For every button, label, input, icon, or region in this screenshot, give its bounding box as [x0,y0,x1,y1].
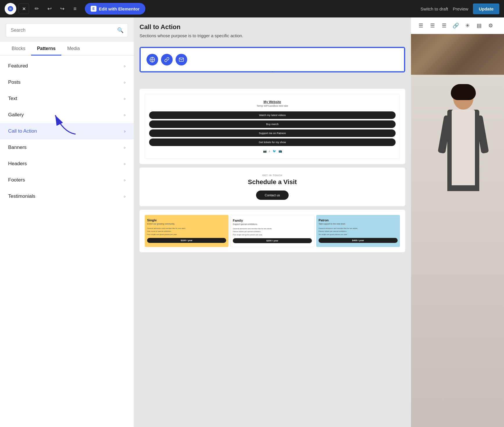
align-left-button[interactable]: ☰ [416,20,426,31]
right-toolbar: ☰ ☰ ☰ 🔗 ✳ ▤ ⚙ [411,17,504,34]
schedule-contact-btn: Contact us [256,191,289,200]
close-icon: ✕ [22,6,26,12]
switch-draft-button[interactable]: Switch to draft [421,6,448,11]
linktree-btn-1: Buy merch [149,120,396,128]
undo-icon: ↩ [47,6,52,12]
menu-button[interactable]: ≡ [70,3,80,14]
tier-feature-family-0: General admission and member-like for tw… [233,227,312,230]
chevron-icon-footers: › [124,178,126,182]
nav-item-featured[interactable]: Featured › [0,58,134,74]
tab-media[interactable]: Media [61,42,86,55]
schedule-title: Schedule a Visit [146,178,399,186]
link-button[interactable]: 🔗 [451,20,461,31]
pricing-tier-single: Single Enrich our growing community. Gen… [145,215,228,247]
schedule-get-in-touch: GET IN TOUCH [146,174,399,177]
linktree-btn-3: Get tickets for my show [149,138,396,146]
person-image [411,75,504,427]
rows-button[interactable]: ▤ [474,20,484,31]
pencil-icon: ✏ [35,6,39,12]
nav-label-call-to-action: Call to Action [8,128,37,134]
update-button[interactable]: Update [473,3,499,14]
tab-blocks[interactable]: Blocks [6,42,31,55]
elementor-logo-icon: E [91,6,96,12]
nav-label-gallery: Gallery [8,112,24,118]
tiktok-icon: ♪ [269,150,270,153]
search-icon: 🔍 [117,27,124,33]
wp-social-icon [146,54,158,65]
twitch-icon: 📺 [278,150,282,153]
linktree-card: My Website Temp WPSandbox test site Watc… [140,89,405,163]
tier-name-patron: Patron [319,218,398,222]
close-button[interactable]: ✕ [19,3,29,14]
search-icon-button[interactable]: 🔍 [113,27,128,33]
nav-item-testimonials[interactable]: Testimonials › [0,188,134,204]
preview-button[interactable]: Preview [453,6,468,11]
redo-icon: ↪ [60,6,65,12]
linktree-subtitle: Temp WPSandbox test site [149,104,396,107]
pattern-card-schedule[interactable]: GET IN TOUCH Schedule a Visit Contact us [140,168,405,206]
tier-price-patron: $400 / year [319,238,398,243]
nav-list: Featured › Posts › Text › Gallery › Call… [0,56,134,427]
pattern-card-social[interactable]: Social links with a shared background co… [140,47,405,72]
cta-title: Call to Action [140,23,405,31]
right-arm [475,115,489,154]
tier-price-single: $100 / year [147,238,226,243]
tier-feature-single-1: One round of special exhibition. [147,230,226,232]
tier-feature-family-1: Flexion tickets per special exhibition. [233,230,312,233]
pricing-tiers: Single Enrich our growing community. Gen… [145,215,400,247]
align-right-button[interactable]: ☰ [439,20,449,31]
pattern-card-pricing[interactable]: Single Enrich our growing community. Gen… [140,210,405,252]
left-sidebar: 🔍 Blocks Patterns Media Fe [0,17,134,427]
pencil-button[interactable]: ✏ [31,3,42,14]
nav-item-headers[interactable]: Headers › [0,156,134,172]
center-panel: Call to Action Sections whose purpose is… [134,17,411,427]
nav-item-banners[interactable]: Banners › [0,139,134,156]
tier-feature-patron-1: Flexion tickets per special exhibition. [319,230,398,232]
tier-feature-patron-0: General admission and member-like for tw… [319,227,398,229]
pattern-card-linktree[interactable]: My Website Temp WPSandbox test site Watc… [140,89,405,164]
nav-item-footers[interactable]: Footers › [0,172,134,188]
rows-icon: ▤ [477,22,482,29]
align-right-icon: ☰ [442,22,446,29]
undo-button[interactable]: ↩ [44,3,55,14]
link-icon: 🔗 [453,22,459,29]
settings-button[interactable]: ⚙ [485,20,496,31]
align-center-button[interactable]: ☰ [427,20,438,31]
tier-feature-single-2: Four single-use guest passes per year. [147,233,226,236]
tier-feature-single-0: General admission and member-like for on… [147,227,226,229]
wordpress-logo[interactable] [5,3,16,15]
pricing-tier-patron: Patron Take support to the next level. G… [316,215,400,247]
redo-button[interactable]: ↪ [57,3,67,14]
nav-item-call-to-action[interactable]: Call to Action › [0,123,134,139]
edit-elementor-button[interactable]: E Edit with Elementor [85,3,145,15]
linktree-btn-0: Watch my latest videos [149,111,396,119]
nav-item-posts[interactable]: Posts › [0,74,134,90]
right-image-area [411,34,504,427]
tier-tagline-family: Support special exhibitions. [233,223,312,225]
toolbar-right: Switch to draft Preview Update [421,3,499,14]
twitter-icon: 🐦 [273,150,276,153]
schedule-card: GET IN TOUCH Schedule a Visit Contact us [140,168,405,206]
nav-label-footers: Footers [8,177,25,183]
nav-item-gallery[interactable]: Gallery › [0,107,134,123]
left-arm [438,115,452,154]
search-input[interactable] [6,24,113,37]
linktree-socials: 📷 ♪ 🐦 📺 [149,150,396,153]
tier-tagline-single: Enrich our growing community. [147,223,226,225]
tab-patterns[interactable]: Patterns [31,42,61,55]
menu-icon: ≡ [74,6,77,12]
align-left-icon: ☰ [419,22,423,29]
settings-icon: ⚙ [488,22,493,29]
nav-label-banners: Banners [8,145,26,150]
asterisk-button[interactable]: ✳ [462,20,473,31]
search-bar: 🔍 [0,17,134,42]
edit-elementor-label: Edit with Elementor [99,6,140,11]
tier-tagline-patron: Take support to the next level. [319,223,398,225]
pricing-tier-family: Family Support special exhibitions. Gene… [230,215,314,247]
person-apron [452,110,475,185]
chevron-icon-gallery: › [124,113,126,117]
nav-label-headers: Headers [8,161,27,167]
nav-item-text[interactable]: Text › [0,90,134,107]
chevron-icon-posts: › [124,80,126,85]
nav-label-posts: Posts [8,79,21,85]
